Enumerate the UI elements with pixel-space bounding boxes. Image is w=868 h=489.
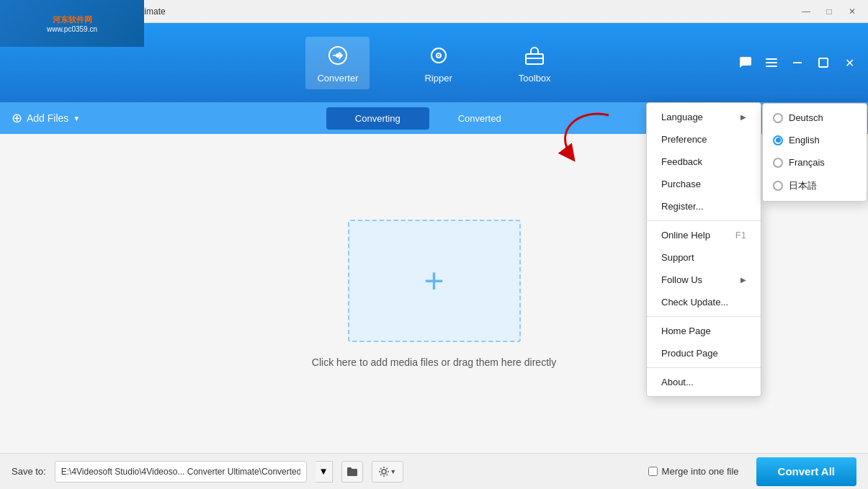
- menu-item-check-updates[interactable]: Check Update...: [647, 291, 761, 313]
- divider-2: [647, 316, 761, 317]
- settings-dropdown-arrow: ▼: [390, 468, 396, 475]
- add-icon: ⊕: [12, 110, 22, 126]
- maximize-header-button[interactable]: [810, 50, 836, 76]
- menu-item-product-page[interactable]: Product Page: [647, 342, 761, 364]
- lang-francais[interactable]: Français: [763, 151, 867, 174]
- deutsch-label: Deutsch: [789, 112, 823, 123]
- f1-shortcut: F1: [735, 230, 746, 241]
- menu-item-purchase[interactable]: Purchase: [647, 173, 761, 195]
- lang-japanese[interactable]: 日本語: [763, 174, 867, 198]
- menu-item-online-help[interactable]: Online Help F1: [647, 224, 761, 246]
- close-button[interactable]: ✕: [842, 4, 862, 19]
- path-input[interactable]: [55, 461, 307, 483]
- svg-rect-7: [766, 58, 777, 60]
- menu-item-preference[interactable]: Preference: [647, 128, 761, 151]
- plus-icon: +: [424, 264, 444, 298]
- svg-rect-8: [766, 62, 777, 63]
- watermark: 河东软件网 www.pc0359.cn: [0, 0, 144, 47]
- language-label: Language: [661, 112, 703, 122]
- follow-us-label: Follow Us: [661, 274, 702, 285]
- japanese-label: 日本語: [789, 179, 817, 192]
- svg-point-4: [438, 55, 439, 56]
- menu-item-about[interactable]: About...: [647, 371, 761, 393]
- merge-checkbox[interactable]: [648, 467, 658, 476]
- add-files-dropdown-icon: ▼: [73, 115, 80, 122]
- follow-us-arrow: ▶: [741, 276, 746, 284]
- lang-english[interactable]: English: [763, 129, 867, 151]
- bottom-bar: Save to: ▼ ▼ Merge into one file Convert…: [0, 453, 868, 489]
- about-label: About...: [661, 377, 694, 387]
- toolbox-label: Toolbox: [519, 73, 551, 84]
- register-label: Register...: [661, 201, 704, 212]
- product-page-label: Product Page: [661, 348, 718, 359]
- toolbox-icon: [522, 42, 547, 68]
- merge-checkbox-group: Merge into one file: [648, 466, 739, 477]
- deutsch-radio: [773, 113, 783, 123]
- language-submenu: Deutsch English Français 日本語: [762, 103, 867, 202]
- ripper-label: Ripper: [424, 73, 452, 84]
- merge-label: Merge into one file: [662, 466, 739, 477]
- minimize-header-button[interactable]: [784, 50, 810, 76]
- menu-item-home-page[interactable]: Home Page: [647, 320, 761, 342]
- feedback-label: Feedback: [661, 156, 702, 167]
- check-updates-label: Check Update...: [661, 297, 728, 308]
- minimize-button[interactable]: —: [796, 4, 816, 19]
- tab-group: Converting Converted: [326, 107, 530, 130]
- watermark-line1: 河东软件网: [53, 14, 92, 25]
- menu-item-language[interactable]: Language ▶ Deutsch English Français 日本語: [647, 106, 761, 128]
- svg-rect-10: [793, 62, 802, 63]
- add-files-label: Add Files: [27, 112, 68, 124]
- convert-all-button[interactable]: Convert All: [756, 457, 856, 486]
- language-arrow: ▶: [741, 113, 746, 121]
- chat-button[interactable]: [733, 50, 759, 76]
- preference-label: Preference: [661, 134, 707, 145]
- converter-icon: [325, 42, 351, 68]
- drop-zone[interactable]: +: [348, 220, 521, 342]
- nav-converter[interactable]: Converter: [305, 37, 370, 89]
- menu-button[interactable]: [759, 50, 784, 76]
- save-to-label: Save to:: [12, 466, 46, 477]
- tab-converting[interactable]: Converting: [326, 107, 429, 130]
- francais-radio: [773, 158, 783, 168]
- window-controls: — □ ✕: [796, 4, 862, 19]
- japanese-radio: [773, 181, 783, 191]
- menu-item-follow-us[interactable]: Follow Us ▶: [647, 269, 761, 291]
- converter-label: Converter: [317, 73, 358, 84]
- watermark-line2: www.pc0359.cn: [47, 25, 97, 33]
- path-dropdown-button[interactable]: ▼: [316, 461, 333, 483]
- divider-1: [647, 220, 761, 221]
- lang-deutsch[interactable]: Deutsch: [763, 107, 867, 129]
- open-folder-button[interactable]: [341, 461, 363, 483]
- menu-item-support[interactable]: Support: [647, 246, 761, 269]
- nav-ripper[interactable]: Ripper: [413, 37, 463, 89]
- online-help-label: Online Help: [661, 230, 710, 241]
- purchase-label: Purchase: [661, 179, 701, 189]
- close-header-button[interactable]: ✕: [836, 50, 862, 76]
- tab-converted[interactable]: Converted: [429, 107, 530, 130]
- francais-label: Français: [789, 157, 825, 168]
- maximize-button[interactable]: □: [819, 4, 839, 19]
- menu-item-feedback[interactable]: Feedback: [647, 151, 761, 173]
- settings-button[interactable]: ▼: [372, 461, 403, 483]
- support-label: Support: [661, 252, 694, 263]
- svg-rect-11: [819, 58, 828, 67]
- svg-rect-9: [766, 66, 777, 67]
- svg-point-12: [382, 470, 386, 474]
- header-right: ✕: [733, 23, 868, 102]
- svg-point-1: [336, 53, 340, 58]
- menu-item-register[interactable]: Register...: [647, 195, 761, 217]
- home-page-label: Home Page: [661, 326, 711, 336]
- english-radio: [773, 135, 783, 145]
- add-files-button[interactable]: ⊕ Add Files ▼: [12, 110, 80, 126]
- ripper-icon: [426, 42, 452, 68]
- drop-hint: Click here to add media files or drag th…: [312, 356, 556, 368]
- dropdown-menu: Language ▶ Deutsch English Français 日本語: [646, 102, 761, 397]
- divider-3: [647, 367, 761, 368]
- english-radio-dot: [776, 138, 781, 143]
- nav-toolbox[interactable]: Toolbox: [507, 37, 563, 89]
- english-label: English: [789, 135, 820, 145]
